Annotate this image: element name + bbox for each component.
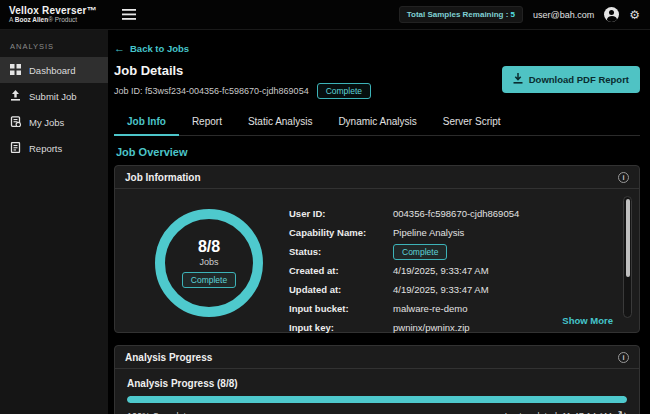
jobs-donut-chart: 8/8 Jobs Complete — [129, 199, 289, 327]
tab-dynamic-analysis[interactable]: Dynamic Analysis — [325, 110, 429, 136]
show-more-link[interactable]: Show More — [562, 315, 613, 326]
tab-bar: Job Info Report Static Analysis Dynamic … — [114, 110, 640, 136]
sidebar-item-my-jobs[interactable]: My Jobs — [0, 109, 108, 135]
sidebar-item-label: Dashboard — [29, 65, 75, 76]
info-icon[interactable] — [618, 172, 629, 183]
sidebar-section-label: ANALYSIS — [0, 36, 108, 57]
job-overview-heading: Job Overview — [116, 146, 640, 158]
detail-row-status: Status: Complete — [289, 242, 609, 261]
job-information-card: Job Information 8/8 Jobs Complete User I… — [114, 165, 640, 333]
dashboard-grid-icon — [10, 64, 21, 77]
sidebar-item-label: Submit Job — [29, 91, 77, 102]
sidebar: ANALYSIS Dashboard Submit Job My Jobs — [0, 30, 108, 414]
detail-row-capability-name: Capability Name: Pipeline Analysis — [289, 223, 609, 242]
back-link-label: Back to Jobs — [130, 43, 189, 54]
logo-title: Vellox Reverser™ — [9, 5, 108, 16]
detail-row-created-at: Created at: 4/19/2025, 9:33:47 AM — [289, 261, 609, 280]
download-button-label: Download PDF Report — [529, 74, 629, 85]
sidebar-item-label: My Jobs — [29, 117, 64, 128]
samples-remaining-badge: Total Samples Remaining : 5 — [399, 6, 523, 23]
topbar-right: Total Samples Remaining : 5 user@bah.com… — [399, 6, 640, 23]
user-email: user@bah.com — [533, 10, 594, 20]
analysis-progress-label: Analysis Progress (8/8) — [127, 378, 627, 389]
sidebar-item-reports[interactable]: Reports — [0, 135, 108, 161]
back-to-jobs-link[interactable]: ← Back to Jobs — [114, 43, 189, 54]
jobs-clipboard-icon — [10, 116, 21, 129]
tab-report[interactable]: Report — [179, 110, 235, 136]
card-scrollbar-track[interactable] — [623, 196, 632, 318]
refresh-icon[interactable]: ↻ — [618, 410, 627, 414]
app-window: Vellox Reverser™ A Booz Allen® Product T… — [0, 0, 650, 414]
detail-row-input-bucket: Input bucket: malware-re-demo — [289, 299, 609, 318]
samples-remaining-label: Total Samples Remaining : — [407, 10, 509, 19]
logo-subtitle: A Booz Allen® Product — [9, 16, 108, 24]
analysis-progress-card-header: Analysis Progress — [115, 346, 639, 369]
app-logo: Vellox Reverser™ A Booz Allen® Product — [0, 5, 108, 24]
page-title: Job Details — [114, 63, 502, 78]
jobs-donut-ring: 8/8 Jobs Complete — [155, 209, 263, 317]
detail-row-updated-at: Updated at: 4/19/2025, 9:33:47 AM — [289, 280, 609, 299]
analysis-progress-card-title: Analysis Progress — [125, 352, 212, 363]
percent-complete-text: 100% Complete — [127, 411, 191, 414]
jobs-donut-label: Jobs — [199, 257, 218, 267]
tab-job-info[interactable]: Job Info — [114, 110, 179, 136]
tab-static-analysis[interactable]: Static Analysis — [235, 110, 325, 136]
job-information-card-title: Job Information — [125, 172, 201, 183]
tab-server-script[interactable]: Server Script — [430, 110, 514, 136]
detail-row-user-id: User ID: 004356-fc598670-cjdh869054 — [289, 204, 609, 223]
hamburger-menu-icon[interactable] — [122, 9, 136, 20]
settings-gear-icon[interactable]: ⚙ — [629, 9, 640, 21]
sidebar-item-submit-job[interactable]: Submit Job — [0, 83, 108, 109]
report-document-icon — [10, 142, 21, 155]
last-updated-text: Last updated: 11:47:14 AM — [505, 411, 612, 414]
job-status-badge: Complete — [317, 83, 371, 99]
job-information-card-header: Job Information — [115, 166, 639, 189]
jobs-donut-status-badge: Complete — [182, 272, 236, 288]
info-icon[interactable] — [618, 352, 629, 363]
analysis-progress-card: Analysis Progress Analysis Progress (8/8… — [114, 345, 640, 414]
status-badge: Complete — [393, 244, 447, 260]
user-avatar-icon[interactable] — [604, 7, 619, 22]
jobs-donut-value: 8/8 — [198, 238, 220, 256]
sidebar-item-label: Reports — [29, 143, 62, 154]
progress-bar-fill — [127, 396, 627, 403]
download-icon — [513, 73, 523, 86]
samples-remaining-value: 5 — [511, 10, 515, 19]
progress-bar-track — [127, 396, 627, 403]
main-content: ← Back to Jobs Job Details Job ID: f53ws… — [108, 30, 650, 414]
download-pdf-report-button[interactable]: Download PDF Report — [502, 66, 640, 93]
back-arrow-icon: ← — [114, 43, 125, 54]
topbar: Vellox Reverser™ A Booz Allen® Product T… — [0, 0, 650, 30]
job-detail-rows: User ID: 004356-fc598670-cjdh869054 Capa… — [289, 199, 609, 327]
upload-icon — [10, 90, 21, 103]
sidebar-item-dashboard[interactable]: Dashboard — [0, 57, 108, 83]
card-scrollbar-thumb[interactable] — [626, 199, 631, 277]
detail-row-input-key: Input key: pwninx/pwninx.zip — [289, 318, 609, 337]
job-id-text: Job ID: f53wsf234-004356-fc598670-cjdh86… — [114, 86, 309, 96]
